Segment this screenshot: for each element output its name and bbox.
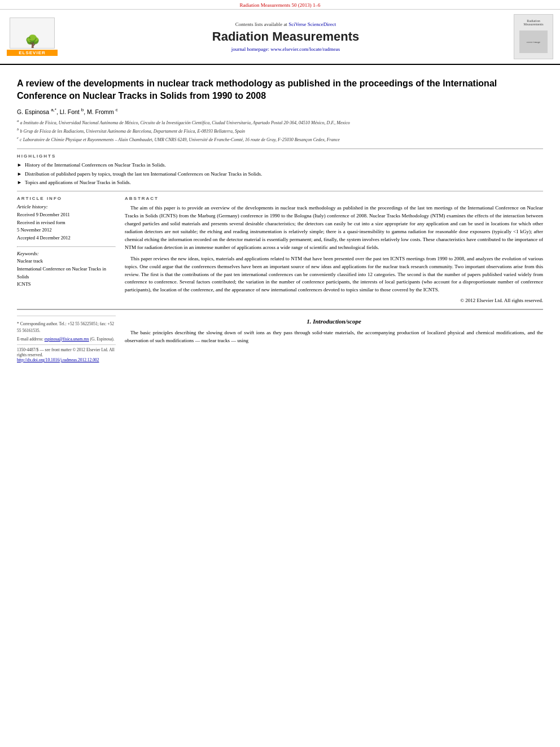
journal-center-header: Contents lists available at SciVerse Sci… [63,21,508,52]
elsevier-logo: 🌳 ELSEVIER [7,18,58,56]
received-date: Received 9 December 2011 [17,211,116,219]
journal-citation: Radiation Measurements 50 (2013) 1–6 [0,0,560,10]
divider-1 [17,148,543,149]
highlight-3: ► Topics and applications of Nuclear Tra… [17,179,543,186]
paper-title: A review of the developments in nuclear … [17,77,543,103]
footnotes-col: * Corresponding author. Tel.: +52 55 562… [17,316,116,362]
abstract-text: The aim of this paper is to provide an o… [125,204,543,294]
intro-text-col: 1. Introduction/scope The basic principl… [125,316,543,362]
homepage-link[interactable]: journal homepage: www.elsevier.com/locat… [231,46,340,52]
affiliation-b: b b Grup de Física de les Radiacions, Un… [17,126,543,135]
intro-heading: 1. Introduction/scope [125,318,543,325]
abstract-para-2: This paper reviews the new ideas, topics… [125,255,543,295]
keywords-list: Nuclear track International Conference o… [17,257,116,288]
footnote-email: E-mail address: espinosa@fisica.unam.mx … [17,336,116,342]
elsevier-tree-icon: 🌳 [25,36,40,48]
article-history-label: Article history: [17,204,116,209]
citation-text: Radiation Measurements 50 (2013) 1–6 [240,2,321,8]
elsevier-brand: ELSEVIER [7,50,58,56]
highlight-2: ► Distribution of published papers by to… [17,171,543,178]
keyword-1: Nuclear track [17,257,116,265]
sciverse-text: Contents lists available at SciVerse Sci… [63,21,508,27]
full-divider [17,309,543,310]
intro-section: * Corresponding author. Tel.: +52 55 562… [17,316,543,362]
journal-homepage: journal homepage: www.elsevier.com/locat… [63,46,508,52]
accepted-date: Accepted 4 December 2012 [17,234,116,242]
article-dates: Received 9 December 2011 Received in rev… [17,211,116,242]
arrow-icon-1: ► [17,161,22,169]
abstract-col: ABSTRACT The aim of this paper is to pro… [125,196,543,303]
elsevier-image: 🌳 [10,18,55,49]
received-revised-label: Received in revised form [17,219,116,227]
journal-thumbnail: RadiationMeasurements cover image [514,14,553,59]
keywords-label: Keywords: [17,251,116,256]
divider-left-1 [17,246,116,247]
highlights-title: HIGHLIGHTS [17,154,543,159]
affiliation-c: c c Laboratoire de Chimie Physique et Ra… [17,135,543,143]
article-info-abstract: ARTICLE INFO Article history: Received 9… [17,196,543,303]
intro-para-1: The basic principles describing the slow… [125,329,543,345]
journal-header: 🌳 ELSEVIER Contents lists available at S… [0,10,560,65]
highlights-section: HIGHLIGHTS ► History of the Internationa… [17,154,543,186]
abstract-para-1: The aim of this paper is to provide an o… [125,204,543,252]
highlight-1: ► History of the International Conferenc… [17,161,543,169]
keyword-2: International Conference on Nuclear Trac… [17,265,116,281]
abstract-title: ABSTRACT [125,196,543,201]
divider-2 [17,191,543,191]
paper-body: A review of the developments in nuclear … [0,65,560,368]
article-info-col: ARTICLE INFO Article history: Received 9… [17,196,116,303]
affiliation-a: a a Instituto de Física, Universidad Nac… [17,118,543,126]
issn-text: 1350-4487/$ — see front matter © 2012 El… [17,347,116,357]
doi-link[interactable]: http://dx.doi.org/10.1016/j.radmeas.2012… [17,357,99,362]
article-info-title: ARTICLE INFO [17,196,116,201]
email-link[interactable]: espinosa@fisica.unam.mx [45,337,89,342]
journal-name: Radiation Measurements [63,29,508,44]
copyright: © 2012 Elsevier Ltd. All rights reserved… [125,298,543,303]
doi-section: 1350-4487/$ — see front matter © 2012 El… [17,344,116,362]
sciverse-link[interactable]: SciVerse ScienceDirect [288,21,336,27]
received-revised-date: 5 November 2012 [17,226,116,234]
arrow-icon-2: ► [17,171,22,178]
keyword-3: ICNTS [17,281,116,289]
affiliations: a a Instituto de Física, Universidad Nac… [17,118,543,143]
authors: G. Espinosa a,*, Ll. Font b, M. Fromm c [17,107,543,115]
arrow-icon-3: ► [17,179,22,186]
footnote-corresponding: * Corresponding author. Tel.: +52 55 562… [17,321,116,334]
intro-body: The basic principles describing the slow… [125,329,543,345]
